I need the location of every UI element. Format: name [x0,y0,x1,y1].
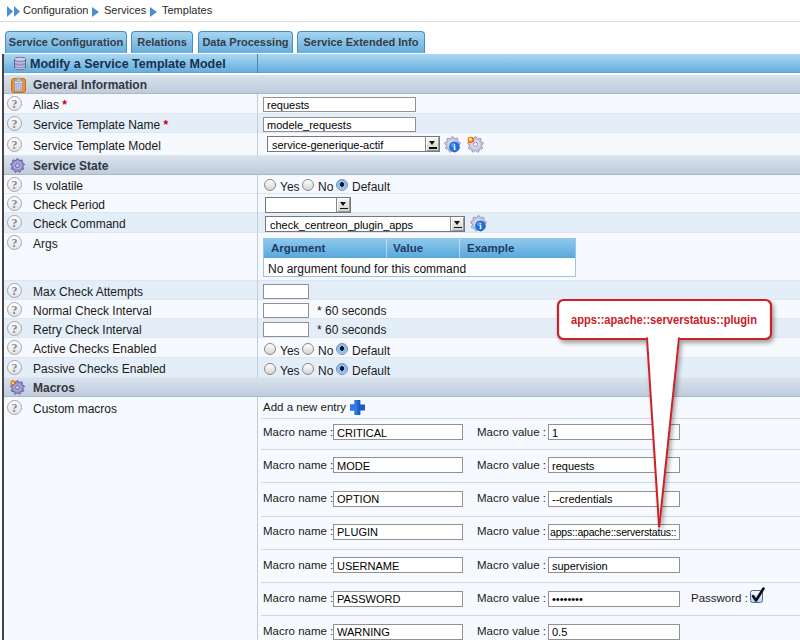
svg-text:apps::apache::serverstatus::pl: apps::apache::serverstatus::plugin [571,313,757,327]
